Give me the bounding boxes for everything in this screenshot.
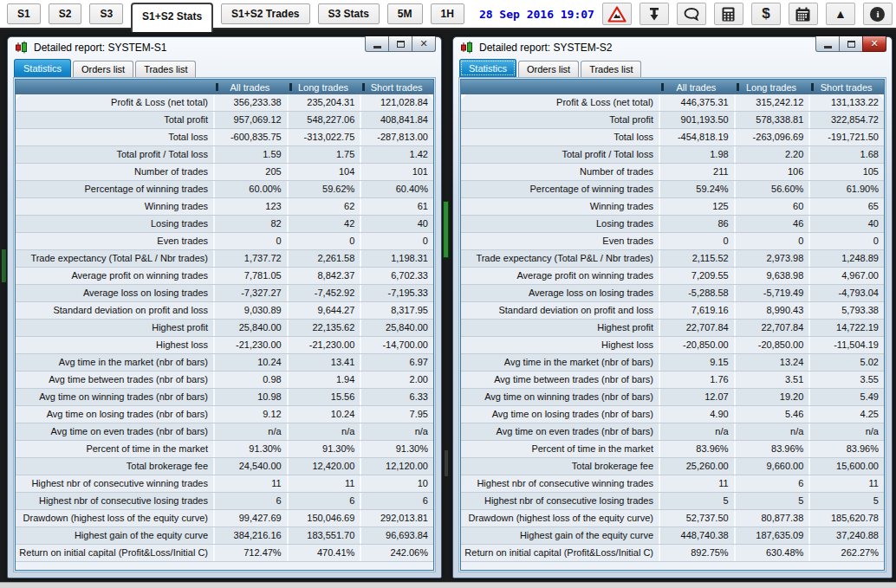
dollar-icon-button[interactable]: $ (751, 3, 781, 25)
table-row[interactable]: Highest nbr of consecutive winning trade… (16, 475, 433, 493)
table-row[interactable]: Standard deviation on profit and loss9,0… (16, 302, 433, 320)
info-icon-button[interactable]: i (863, 3, 893, 25)
header-long-trades[interactable]: Long trades (734, 80, 809, 94)
table-row[interactable]: Total profit957,069.12548,227.06408,841.… (16, 112, 433, 129)
header-short-trades[interactable]: Short trades (808, 80, 884, 94)
table-row[interactable]: Profit & Loss (net total)446,375.31315,2… (461, 94, 884, 112)
tab-trades-list[interactable]: Trades list (581, 61, 641, 77)
table-row[interactable]: Average loss on losing trades-7,327.27-7… (16, 285, 433, 302)
header-short-trades[interactable]: Short trades (360, 80, 433, 94)
table-row[interactable]: Highest gain of the equity curve448,740.… (461, 527, 884, 545)
row-value: 315,242.12 (734, 94, 809, 111)
table-row[interactable]: Highest loss-20,850.00-20,850.00-11,504.… (461, 337, 884, 354)
tab-orders-list[interactable]: Orders list (73, 61, 133, 77)
table-row[interactable]: Winning trades1256065 (461, 198, 884, 216)
chat-bubble-icon-button[interactable] (677, 3, 706, 25)
tab-statistics[interactable]: Statistics (14, 59, 71, 77)
row-label: Percent of time in the market (16, 441, 213, 457)
warning-triangle-icon-button[interactable]: ▲ (826, 3, 855, 25)
table-row[interactable]: Total profit901,193.50578,338.81322,854.… (461, 112, 884, 129)
table-row[interactable]: Number of trades211106105 (461, 164, 884, 181)
header-all-trades[interactable]: All trades (213, 80, 287, 94)
table-row[interactable]: Avg time on winning trades (nbr of bars)… (16, 389, 433, 406)
workspace-tab-s1-s2-stats[interactable]: S1+S2 Stats (131, 3, 213, 32)
table-row[interactable]: Highest nbr of consecutive winning trade… (461, 475, 884, 493)
workspace-tab-s3[interactable]: S3 (89, 3, 123, 24)
workspace-tab-1h[interactable]: 1H (431, 3, 464, 24)
close-button[interactable]: ✕ (412, 36, 436, 52)
tab-orders-list[interactable]: Orders list (518, 61, 579, 77)
table-row[interactable]: Average profit on winning trades7,781.05… (16, 268, 433, 285)
table-row[interactable]: Avg time on winning trades (nbr of bars)… (461, 389, 884, 406)
table-row[interactable]: Avg time on even trades (nbr of bars)n/a… (16, 423, 433, 441)
row-label: Avg time between trades (nbr of bars) (16, 372, 213, 388)
row-value: 356,233.38 (213, 94, 287, 111)
window-titlebar[interactable]: Detailed report: SYSTEM-S1 ✕ (13, 37, 436, 59)
table-row[interactable]: Average profit on winning trades7,209.55… (461, 268, 884, 285)
table-row[interactable]: Avg time in the market (nbr of bars)9.15… (461, 354, 884, 372)
table-row[interactable]: Standard deviation on profit and loss7,6… (461, 302, 884, 320)
workspace-tab-s3-stats[interactable]: S3 Stats (318, 3, 380, 24)
close-button[interactable]: ✕ (862, 36, 886, 52)
table-row[interactable]: Total brokerage fee25,260.009,660.0015,6… (461, 458, 884, 475)
maximize-button[interactable] (839, 36, 863, 52)
table-row[interactable]: Even trades000 (16, 233, 433, 250)
header-long-trades[interactable]: Long trades (287, 80, 360, 94)
toolbar-icon-buttons: $▲i (602, 3, 896, 25)
workspace-tab-s1-s2-trades[interactable]: S1+S2 Trades (221, 3, 309, 24)
table-row[interactable]: Highest profit25,840.0022,135.6225,840.0… (16, 320, 433, 337)
table-row[interactable]: Trade expectancy (Total P&L / Nbr trades… (461, 250, 884, 268)
table-row[interactable]: Even trades000 (461, 233, 884, 250)
table-row[interactable]: Return on initial capital (Profit&Loss/I… (461, 545, 884, 562)
maximize-button[interactable] (388, 36, 412, 52)
workspace-tab-s2[interactable]: S2 (49, 3, 82, 24)
calendar-icon-button[interactable] (789, 3, 818, 25)
table-row[interactable]: Avg time on losing trades (nbr of bars)4… (461, 406, 884, 423)
table-row[interactable]: Avg time in the market (nbr of bars)10.2… (16, 354, 433, 372)
table-row[interactable]: Highest loss-21,230.00-21,230.00-14,700.… (16, 337, 433, 354)
table-row[interactable]: Total loss-454,818.19-263,096.69-191,721… (461, 129, 884, 146)
table-row[interactable]: Percentage of winning trades60.00%59.62%… (16, 181, 433, 198)
table-row[interactable]: Avg time between trades (nbr of bars)0.9… (16, 372, 433, 389)
calculator-icon-button[interactable] (714, 3, 743, 25)
minimize-button[interactable] (815, 36, 840, 52)
table-row[interactable]: Drawdown (highest loss of the equity cur… (461, 510, 884, 527)
table-row[interactable]: Highest profit22,707.8422,707.8414,722.1… (461, 320, 884, 337)
row-value: 408,841.84 (360, 112, 433, 128)
table-row[interactable]: Total loss-600,835.75-313,022.75-287,813… (16, 129, 433, 146)
minimize-button[interactable] (365, 36, 389, 52)
table-row[interactable]: Percentage of winning trades59.24%56.60%… (461, 181, 884, 198)
table-row[interactable]: Losing trades824240 (16, 216, 433, 233)
table-row[interactable]: Total brokerage fee24,540.0012,420.0012,… (16, 458, 433, 475)
workspace-tab-s1[interactable]: S1 (7, 3, 41, 24)
table-row[interactable]: Avg time on even trades (nbr of bars)n/a… (461, 423, 884, 441)
table-row[interactable]: Percent of time in the market83.96%83.96… (461, 441, 884, 458)
table-row[interactable]: Losing trades864640 (461, 216, 884, 233)
table-row[interactable]: Highest nbr of consecutive losing trades… (16, 493, 433, 510)
workspace-tab-5m[interactable]: 5M (387, 3, 423, 24)
header-all-trades[interactable]: All trades (659, 80, 734, 94)
table-row[interactable]: Highest gain of the equity curve384,216.… (16, 527, 433, 545)
table-row[interactable]: Winning trades1236261 (16, 198, 433, 216)
table-row[interactable]: Total profit / Total loss1.982.201.68 (461, 146, 884, 164)
table-row[interactable]: Return on initial capital (Profit&Loss/I… (16, 545, 433, 562)
table-row[interactable]: Avg time on losing trades (nbr of bars)9… (16, 406, 433, 423)
alert-roadwork-icon-button[interactable] (602, 3, 632, 25)
row-value: 0 (659, 233, 734, 249)
download-icon-button[interactable] (640, 3, 669, 25)
table-row[interactable]: Percent of time in the market91.30%91.30… (16, 441, 433, 458)
tab-trades-list[interactable]: Trades list (135, 61, 196, 77)
window-titlebar[interactable]: Detailed report: SYSTEM-S2 ✕ (458, 37, 886, 59)
row-label: Highest profit (461, 320, 659, 336)
table-row[interactable]: Avg time between trades (nbr of bars)1.7… (461, 372, 884, 389)
table-row[interactable]: Profit & Loss (net total)356,233.38235,2… (16, 94, 433, 112)
table-row[interactable]: Drawdown (highest loss of the equity cur… (16, 510, 433, 527)
table-row[interactable]: Number of trades205104101 (16, 164, 433, 181)
row-label: Average loss on losing trades (461, 285, 659, 301)
row-value: 5 (659, 493, 734, 509)
table-row[interactable]: Total profit / Total loss1.591.751.42 (16, 146, 433, 164)
table-row[interactable]: Average loss on losing trades-5,288.58-5… (461, 285, 884, 302)
tab-statistics[interactable]: Statistics (459, 59, 516, 77)
table-row[interactable]: Trade expectancy (Total P&L / Nbr trades… (16, 250, 433, 268)
table-row[interactable]: Highest nbr of consecutive losing trades… (461, 493, 884, 510)
